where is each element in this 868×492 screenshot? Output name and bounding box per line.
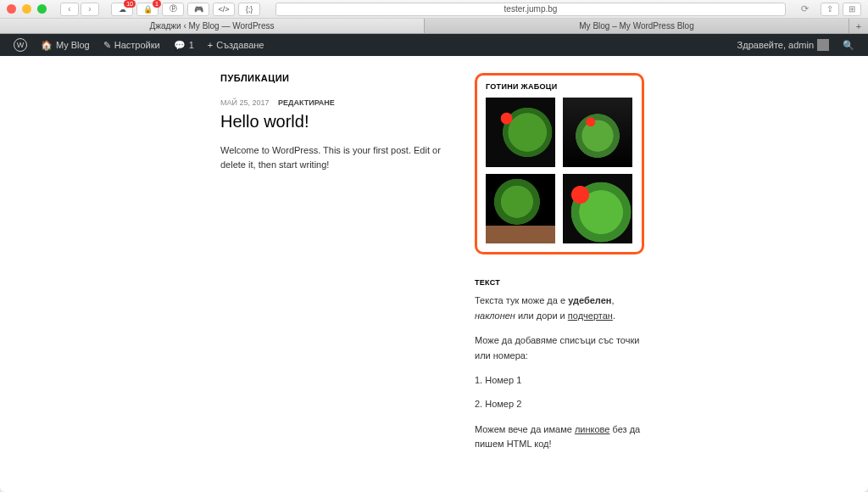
frog-image bbox=[486, 174, 555, 243]
gallery-widget: ГОТИНИ ЖАБОЦИ bbox=[475, 73, 644, 254]
section-heading: ПУБЛИКАЦИИ bbox=[220, 73, 458, 83]
text-widget: ТЕКСТ Текста тук може да е удебелен, нак… bbox=[475, 278, 644, 452]
site-name-menu[interactable]: 🏠 My Blog bbox=[34, 40, 97, 51]
ordered-list: 1. Номер 1 2. Номер 2 bbox=[475, 373, 644, 411]
url-text: tester.jump.bg bbox=[504, 4, 558, 14]
wordpress-logo-icon: W bbox=[14, 38, 27, 52]
new-label: Създаване bbox=[216, 40, 264, 50]
user-greeting[interactable]: Здравейте, admin bbox=[731, 39, 836, 51]
list-item: 1. Номер 1 bbox=[475, 373, 644, 389]
comments-count: 1 bbox=[189, 40, 194, 50]
gamepad-icon[interactable]: 🎮 bbox=[187, 3, 209, 16]
reload-icon[interactable]: ⟳ bbox=[801, 3, 809, 14]
frog-image bbox=[486, 98, 555, 167]
new-tab-button[interactable]: + bbox=[849, 19, 868, 33]
frog-image bbox=[563, 174, 632, 243]
badge-count: 10 bbox=[124, 0, 136, 8]
wp-logo-menu[interactable]: W bbox=[7, 38, 34, 52]
url-bar[interactable]: tester.jump.bg bbox=[275, 3, 786, 16]
post-body: Welcome to WordPress. This is your first… bbox=[220, 143, 458, 171]
post-meta: МАЙ 25, 2017 РЕДАКТИРАНЕ bbox=[220, 98, 458, 107]
text-paragraph: Можем вече да имаме линкове без да пишем… bbox=[475, 422, 644, 452]
browser-tab[interactable]: Джаджи ‹ My Blog — WordPress bbox=[0, 19, 425, 33]
badge-count: 1 bbox=[153, 0, 161, 8]
gallery-thumb[interactable] bbox=[563, 174, 632, 243]
text-paragraph: Може да добавяме списъци със точки или н… bbox=[475, 333, 644, 363]
gallery-thumb[interactable] bbox=[486, 174, 555, 243]
new-content-menu[interactable]: + Създаване bbox=[201, 40, 271, 50]
edit-link[interactable]: РЕДАКТИРАНЕ bbox=[278, 98, 335, 107]
browser-tabs: Джаджи ‹ My Blog — WordPress My Blog – M… bbox=[0, 19, 868, 34]
comments-link[interactable]: 💬 1 bbox=[167, 40, 201, 51]
window-minimize-button[interactable] bbox=[22, 4, 31, 14]
post-title[interactable]: Hello world! bbox=[220, 112, 458, 131]
tab-label: Джаджи ‹ My Blog — WordPress bbox=[150, 21, 275, 31]
share-icon[interactable]: ⇪ bbox=[821, 3, 839, 16]
nav-forward-button[interactable]: › bbox=[81, 3, 99, 16]
browser-tab[interactable]: My Blog – My WordPress Blog bbox=[425, 19, 849, 33]
greeting-text: Здравейте, admin bbox=[737, 40, 814, 50]
lock-icon[interactable]: 🔒1 bbox=[136, 3, 159, 16]
gallery-thumb[interactable] bbox=[486, 98, 555, 167]
gallery-thumb[interactable] bbox=[563, 98, 632, 167]
customize-label: Настройки bbox=[114, 40, 160, 50]
post-date: МАЙ 25, 2017 bbox=[220, 98, 270, 107]
list-item: 2. Номер 2 bbox=[475, 397, 644, 412]
window-close-button[interactable] bbox=[7, 4, 16, 14]
widget-title: ТЕКСТ bbox=[475, 278, 644, 287]
search-toggle[interactable]: 🔍 bbox=[836, 40, 861, 51]
nav-back-button[interactable]: ‹ bbox=[60, 3, 79, 16]
tab-label: My Blog – My WordPress Blog bbox=[579, 21, 693, 31]
avatar bbox=[817, 39, 829, 51]
window-zoom-button[interactable] bbox=[37, 4, 47, 14]
wp-admin-bar: W 🏠 My Blog ✎ Настройки 💬 1 + Създаване … bbox=[0, 34, 868, 56]
text-paragraph: Текста тук може да е удебелен, наклонен … bbox=[475, 294, 644, 323]
site-name: My Blog bbox=[56, 40, 90, 50]
tabs-icon[interactable]: ⊞ bbox=[843, 3, 861, 16]
customize-link[interactable]: ✎ Настройки bbox=[97, 40, 167, 51]
code-icon[interactable]: </> bbox=[213, 3, 235, 16]
widget-title: ГОТИНИ ЖАБОЦИ bbox=[486, 82, 633, 91]
inline-link[interactable]: линкове bbox=[575, 424, 610, 434]
pinterest-icon[interactable]: ⓟ bbox=[162, 3, 184, 16]
dev-icon[interactable]: {;} bbox=[238, 3, 260, 16]
frog-image bbox=[563, 98, 632, 167]
browser-titlebar: ‹ › ☁10 🔒1 ⓟ 🎮 </> {;} tester.jump.bg ⟳ … bbox=[0, 0, 868, 19]
bookmarks-icon[interactable]: ☁10 bbox=[111, 3, 133, 16]
